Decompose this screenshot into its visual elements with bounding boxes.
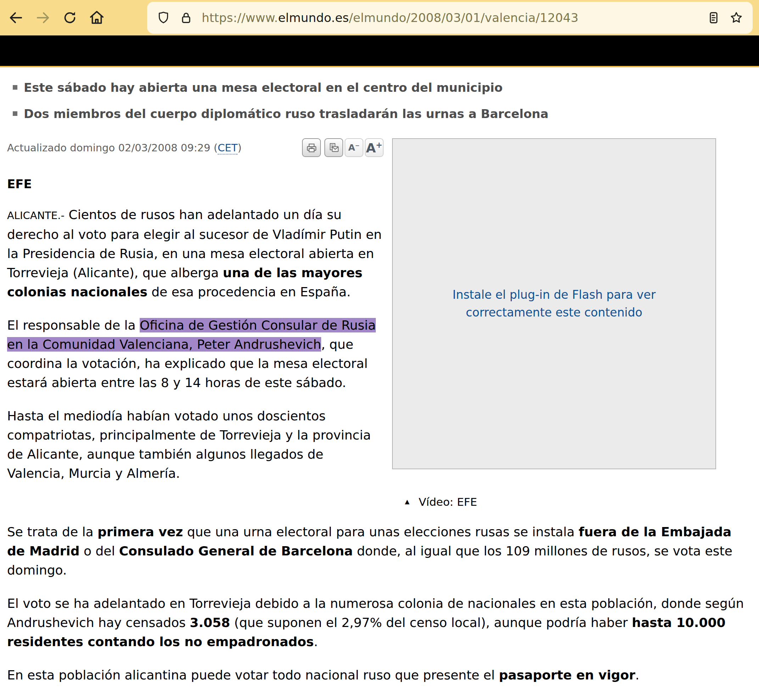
shield-icon[interactable]: [156, 11, 171, 25]
headline-bullet-2-text: Dos miembros del cuerpo diplomático ruso…: [24, 106, 548, 122]
dateline: ALICANTE.-: [7, 209, 64, 222]
media-column: Instale el plug-in de Flash para ver cor…: [392, 138, 727, 508]
site-header-bar: [0, 36, 759, 66]
article-tools: A− A+: [299, 138, 383, 157]
updated-timestamp: Actualizado domingo 02/03/2008 09:29 (CE…: [7, 138, 242, 154]
bookmark-star-icon[interactable]: [729, 11, 743, 25]
updated-text: Actualizado domingo 02/03/2008 09:29 (: [7, 142, 218, 154]
font-increase-label: A+: [366, 141, 382, 155]
address-bar[interactable]: https://www.elmundo.es/elmundo/2008/03/0…: [147, 2, 753, 34]
reload-icon[interactable]: [62, 9, 78, 26]
p5-t2: (que suponen el 2,97% del censo local), …: [230, 615, 632, 630]
article-bottom-section: Se trata de la primera vez que una urna …: [7, 522, 752, 685]
p1-text-end: de esa procedencia en España.: [147, 284, 351, 299]
headline-bullet-1-text: Este sábado hay abierta una mesa elector…: [24, 80, 503, 96]
font-decrease-label: A−: [348, 143, 360, 152]
headline-bullet-1: Este sábado hay abierta una mesa elector…: [12, 80, 752, 96]
triangle-marker-icon: ▲: [405, 498, 410, 505]
video-caption: Vídeo: EFE: [419, 495, 477, 508]
article-meta-row: Actualizado domingo 02/03/2008 09:29 (CE…: [7, 138, 383, 157]
p5-t3: .: [314, 634, 318, 649]
main-content-row: Actualizado domingo 02/03/2008 09:29 (CE…: [7, 138, 752, 508]
url-domain: elmundo.es: [278, 11, 349, 25]
p6-t1: En esta población alicantina puede votar…: [7, 668, 499, 682]
paragraph-1: ALICANTE.- Cientos de rusos han adelanta…: [7, 205, 383, 302]
reader-mode-icon[interactable]: [707, 11, 721, 25]
back-icon[interactable]: [8, 9, 24, 26]
email-button[interactable]: [324, 138, 343, 157]
article-page: Este sábado hay abierta una mesa elector…: [0, 67, 759, 685]
forward-icon[interactable]: [35, 9, 51, 26]
article-left-column: Actualizado domingo 02/03/2008 09:29 (CE…: [7, 138, 383, 508]
url-path: /elmundo/2008/03/01/valencia/12043: [349, 11, 579, 25]
paragraph-4: Se trata de la primera vez que una urna …: [7, 522, 752, 580]
paragraph-3: Hasta el mediodía habían votado unos dos…: [7, 406, 383, 483]
byline: EFE: [7, 177, 383, 191]
p4-t2: que una urna electoral para unas eleccio…: [183, 525, 579, 539]
home-icon[interactable]: [89, 9, 105, 26]
p5-b1: 3.058: [190, 615, 230, 630]
updated-close: ): [238, 142, 241, 154]
envelope-icon: [328, 142, 340, 154]
headline-bullet-list: Este sábado hay abierta una mesa elector…: [12, 80, 752, 122]
cet-link[interactable]: CET: [218, 142, 238, 155]
p4-b1: primera vez: [97, 525, 183, 539]
url-scheme: https://www.: [202, 11, 278, 25]
p4-b3: Consulado General de Barcelona: [119, 544, 353, 558]
paragraph-2: El responsable de la Oficina de Gestión …: [7, 316, 383, 392]
lock-icon[interactable]: [179, 11, 193, 25]
flash-plugin-message[interactable]: Instale el plug-in de Flash para ver cor…: [418, 286, 690, 322]
square-bullet-icon: [13, 85, 17, 90]
url-fade-overlay: [645, 11, 698, 25]
p2-text: El responsable de la: [7, 318, 140, 333]
flash-video-placeholder: Instale el plug-in de Flash para ver cor…: [392, 138, 716, 469]
url-text[interactable]: https://www.elmundo.es/elmundo/2008/03/0…: [202, 11, 698, 25]
square-bullet-icon: [13, 111, 17, 116]
print-button[interactable]: [302, 138, 321, 157]
video-caption-row: ▲ Vídeo: EFE: [392, 495, 727, 508]
headline-bullet-2: Dos miembros del cuerpo diplomático ruso…: [12, 106, 752, 122]
p6-b1: pasaporte en vigor: [499, 668, 635, 682]
browser-toolbar: https://www.elmundo.es/elmundo/2008/03/0…: [0, 0, 759, 36]
font-increase-button[interactable]: A+: [365, 138, 383, 157]
p6-t2: .: [635, 668, 639, 682]
printer-icon: [305, 142, 318, 154]
font-decrease-button[interactable]: A−: [344, 138, 363, 157]
paragraph-6: En esta población alicantina puede votar…: [7, 666, 752, 685]
p4-t1: Se trata de la: [7, 525, 97, 539]
paragraph-5: El voto se ha adelantado en Torrevieja d…: [7, 594, 752, 652]
p4-t3: o del: [80, 544, 119, 558]
